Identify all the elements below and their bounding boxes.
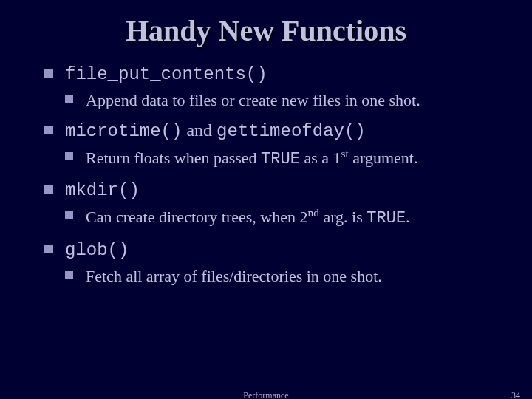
conj-text: and xyxy=(182,120,216,140)
bullet-subitem: Append data to files or create new files… xyxy=(65,88,517,112)
bullet-item: file_put_contents() xyxy=(44,60,517,88)
desc-text: argument. xyxy=(349,149,418,167)
footer-label: Performance xyxy=(0,390,532,399)
bullet-subitem: Return floats when passed TRUE as a 1st … xyxy=(65,145,517,171)
desc-text: arg. is xyxy=(319,208,366,227)
desc-text: . xyxy=(406,208,410,227)
desc-text: Append data to files or create new files… xyxy=(86,91,420,109)
code-text: file_put_contents() xyxy=(65,64,267,84)
code-text: mkdir() xyxy=(65,180,140,200)
code-text: microtime() xyxy=(65,121,182,141)
desc-text: as a 1 xyxy=(300,149,341,167)
desc-text: Fetch all array of files/directories in … xyxy=(86,267,382,285)
slide: Handy New Functions file_put_contents() … xyxy=(0,0,532,399)
page-number: 34 xyxy=(511,390,520,399)
desc-text: Return floats when passed xyxy=(86,149,261,167)
bullet-subitem: Fetch all array of files/directories in … xyxy=(65,264,517,288)
desc-text: Can create directory trees, when 2 xyxy=(86,208,308,227)
bullet-item: mkdir() xyxy=(44,176,517,204)
bullet-item: glob() xyxy=(44,236,517,264)
code-text: gettimeofday() xyxy=(216,121,366,141)
slide-title: Handy New Functions xyxy=(0,0,532,55)
ordinal-sup: st xyxy=(341,147,348,160)
slide-content: file_put_contents() Append data to files… xyxy=(0,60,532,288)
code-text: TRUE xyxy=(366,210,406,228)
bullet-subitem: Can create directory trees, when 2nd arg… xyxy=(65,204,517,231)
code-text: glob() xyxy=(65,240,129,260)
bullet-item: microtime() and gettimeofday() xyxy=(44,117,517,145)
ordinal-sup: nd xyxy=(308,206,319,219)
code-text: TRUE xyxy=(261,150,300,168)
